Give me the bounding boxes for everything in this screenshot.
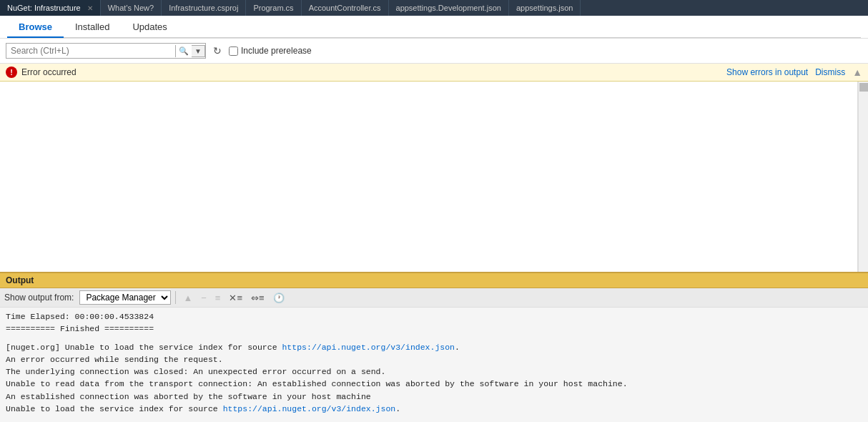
top-tab-appsettings-dev-label: appsettings.Development.json [396, 4, 501, 12]
output-title: Output [6, 275, 34, 285]
show-errors-link[interactable]: Show errors in output [726, 67, 808, 77]
top-tab-whatsnew[interactable]: What's New? [101, 0, 162, 16]
top-tab-accountcontroller-label: AccountController.cs [309, 4, 381, 12]
show-output-label: Show output from: [4, 293, 74, 303]
top-tab-appsettings[interactable]: appsettings.json [509, 0, 581, 16]
output-blank-1 [6, 335, 862, 341]
search-icon: 🔍 [179, 46, 189, 55]
output-nuget-link-1[interactable]: https://api.nuget.org/v3/index.json [282, 343, 455, 352]
nuget-header: Browse Installed Updates [0, 16, 868, 39]
tab-updates[interactable]: Updates [121, 16, 178, 38]
output-unable-suffix: . [395, 404, 400, 413]
output-line-9: Unable to load the service index for sou… [6, 403, 862, 415]
output-source-select[interactable]: Package Manager Build Debug [79, 290, 171, 305]
clear-output-button[interactable]: ✕≡ [226, 291, 245, 305]
error-message: Error occurred [21, 67, 722, 77]
scrollbar-track[interactable] [858, 82, 868, 272]
output-line-7: Unable to read data from the transport c… [6, 378, 862, 390]
scroll-to-top-button[interactable]: ▲ [180, 291, 195, 305]
nuget-tabs: Browse Installed Updates [7, 16, 861, 38]
tab-browse-label: Browse [19, 21, 52, 32]
output-content: Time Elapsed: 00:00:00.4533824 =========… [0, 308, 868, 422]
search-wrapper: 🔍 ▼ [6, 43, 206, 59]
output-line-5: An error occurred while sending the requ… [6, 353, 862, 365]
tab-updates-label: Updates [132, 21, 167, 32]
dismiss-link[interactable]: Dismiss [815, 67, 845, 77]
top-tab-bar: NuGet: Infrastructure ✕ What's New? Infr… [0, 0, 868, 16]
refresh-button[interactable]: ↻ [210, 44, 225, 58]
prerelease-label: Include prerelease [229, 46, 312, 56]
top-tab-accountcontroller[interactable]: AccountController.cs [302, 0, 389, 16]
output-line-4: [nuget.org] Unable to load the service i… [6, 341, 862, 353]
output-nuget-link-2[interactable]: https://api.nuget.org/v3/index.json [223, 404, 396, 413]
error-icon: ! [6, 67, 17, 78]
top-tab-programcs[interactable]: Program.cs [246, 0, 301, 16]
top-tab-nuget-label: NuGet: Infrastructure [7, 4, 81, 12]
scroll-up-icon: ▲ [852, 67, 862, 78]
close-icon[interactable]: ✕ [87, 4, 93, 12]
toolbar-separator [175, 291, 176, 304]
prerelease-text: Include prerelease [241, 46, 312, 56]
top-tab-appsettings-dev[interactable]: appsettings.Development.json [389, 0, 509, 16]
error-actions: Show errors in output Dismiss ▲ [726, 67, 862, 78]
error-bar: ! Error occurred Show errors in output D… [0, 64, 868, 82]
tab-installed[interactable]: Installed [64, 16, 121, 38]
output-toolbar: Show output from: Package Manager Build … [0, 288, 868, 308]
search-button[interactable]: 🔍 [175, 45, 192, 57]
prerelease-checkbox[interactable] [229, 46, 238, 56]
nuget-panel: Browse Installed Updates 🔍 ▼ ↻ Include p… [0, 16, 868, 422]
top-tab-infracsproj[interactable]: Infrastructure.csproj [162, 0, 246, 16]
output-nuget-prefix: [nuget.org] Unable to load the service i… [6, 343, 282, 352]
search-input[interactable] [6, 44, 175, 58]
scroll-up-line-button[interactable]: − [198, 291, 209, 305]
top-tab-appsettings-label: appsettings.json [516, 4, 573, 12]
search-dropdown-button[interactable]: ▼ [192, 45, 205, 57]
output-line-1: Time Elapsed: 00:00:00.4533824 [6, 310, 862, 323]
output-panel: Output Show output from: Package Manager… [0, 272, 868, 422]
top-tab-nuget[interactable]: NuGet: Infrastructure ✕ [0, 0, 101, 16]
output-line-8: An established connection was aborted by… [6, 391, 862, 403]
output-nuget-suffix: . [455, 343, 460, 352]
output-line-6: The underlying connection was closed: An… [6, 365, 862, 378]
top-tab-whatsnew-label: What's New? [108, 4, 154, 12]
word-wrap-button[interactable]: ⇔≡ [248, 291, 267, 305]
output-unable-prefix: Unable to load the service index for sou… [6, 404, 223, 413]
output-line-2: ========== Finished ========== [6, 323, 862, 335]
output-header: Output [0, 273, 868, 288]
scroll-down-line-button[interactable]: ≡ [212, 291, 224, 305]
timestamp-button[interactable]: 🕐 [270, 291, 287, 305]
main-content [0, 82, 858, 272]
main-content-area [0, 82, 868, 272]
search-bar: 🔍 ▼ ↻ Include prerelease [0, 39, 868, 64]
top-tab-infracsproj-label: Infrastructure.csproj [169, 4, 238, 12]
error-icon-symbol: ! [10, 68, 13, 77]
scrollbar-thumb[interactable] [859, 83, 868, 92]
refresh-icon: ↻ [213, 45, 222, 57]
top-tab-programcs-label: Program.cs [253, 4, 293, 12]
tab-browse[interactable]: Browse [7, 16, 64, 38]
tab-installed-label: Installed [75, 21, 109, 32]
